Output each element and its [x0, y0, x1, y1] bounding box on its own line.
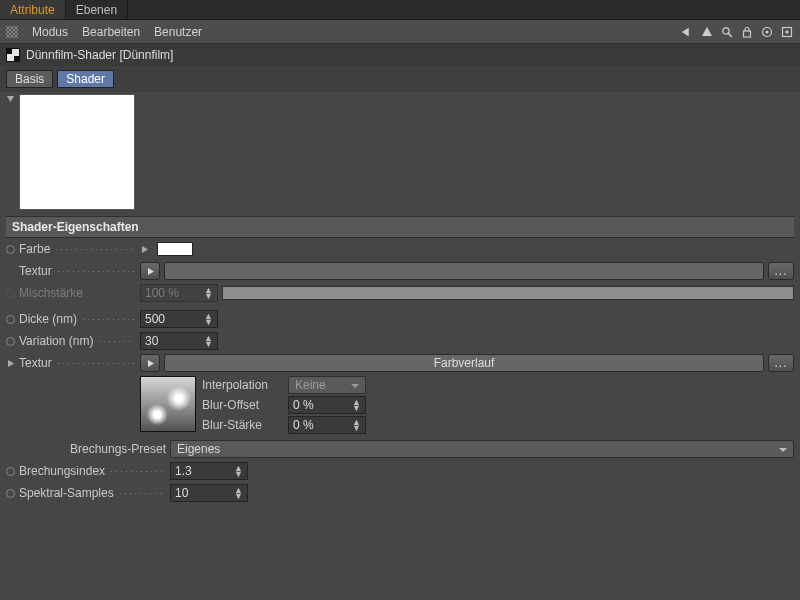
anim-dot-icon[interactable]: [6, 337, 15, 346]
mischstaerke-field: 100 % ▲▼: [140, 284, 218, 302]
anim-dot-icon[interactable]: [6, 489, 15, 498]
blur-offset-value: 0 %: [293, 398, 314, 412]
nav-up-icon[interactable]: [700, 25, 714, 39]
mischstaerke-value: 100 %: [145, 286, 179, 300]
menu-benutzer[interactable]: Benutzer: [154, 25, 202, 39]
spektral-samples-field[interactable]: 10 ▲▼: [170, 484, 248, 502]
subtab-basis[interactable]: Basis: [6, 70, 53, 88]
label-farbe: Farbe: [19, 242, 50, 256]
label-brechungs-preset: Brechungs-Preset: [6, 442, 166, 456]
svg-point-6: [766, 30, 769, 33]
menu-modus[interactable]: Modus: [32, 25, 68, 39]
grip-icon: [6, 26, 18, 38]
variation-value: 30: [145, 334, 158, 348]
new-panel-icon[interactable]: [780, 25, 794, 39]
label-variation: Variation (nm): [19, 334, 93, 348]
texture-slot-1[interactable]: [164, 262, 764, 280]
search-icon[interactable]: [720, 25, 734, 39]
svg-point-2: [723, 27, 729, 33]
nav-back-icon[interactable]: [680, 25, 694, 39]
chevron-right-icon[interactable]: [140, 245, 149, 254]
svg-rect-4: [744, 31, 751, 37]
chevron-right-icon[interactable]: [6, 359, 15, 368]
dicke-value: 500: [145, 312, 165, 326]
tab-bar: Attribute Ebenen: [0, 0, 800, 20]
shader-preview[interactable]: [19, 94, 135, 210]
subtab-shader[interactable]: Shader: [57, 70, 114, 88]
texture-picker-button-2[interactable]: [140, 354, 160, 372]
anim-dot-icon[interactable]: [6, 467, 15, 476]
menu-bearbeiten[interactable]: Bearbeiten: [82, 25, 140, 39]
svg-marker-10: [7, 96, 14, 102]
svg-marker-14: [148, 360, 154, 367]
label-brechungsindex: Brechungsindex: [19, 464, 105, 478]
svg-marker-13: [8, 360, 14, 367]
label-textur-2: Textur: [19, 356, 52, 370]
menu-bar: Modus Bearbeiten Benutzer: [0, 20, 800, 44]
label-interpolation: Interpolation: [202, 378, 284, 392]
svg-marker-1: [702, 27, 712, 36]
anim-dot-icon[interactable]: [6, 245, 15, 254]
tab-ebenen[interactable]: Ebenen: [66, 0, 128, 19]
lock-icon[interactable]: [740, 25, 754, 39]
brechungsindex-field[interactable]: 1.3 ▲▼: [170, 462, 248, 480]
svg-line-3: [729, 33, 733, 37]
variation-field[interactable]: 30 ▲▼: [140, 332, 218, 350]
anim-dot-icon: [6, 289, 15, 298]
blur-staerke-field[interactable]: 0 % ▲▼: [288, 416, 366, 434]
texture-more-button-1[interactable]: ...: [768, 262, 794, 280]
interpolation-value: Keine: [295, 378, 326, 392]
label-mischstaerke: Mischstärke: [19, 286, 83, 300]
target-icon[interactable]: [760, 25, 774, 39]
label-spektral-samples: Spektral-Samples: [19, 486, 114, 500]
texture-picker-button[interactable]: [140, 262, 160, 280]
mischstaerke-slider: [222, 286, 794, 300]
svg-marker-0: [682, 27, 689, 36]
svg-marker-12: [148, 268, 154, 275]
anim-dot-icon[interactable]: [6, 315, 15, 324]
spektral-samples-value: 10: [175, 486, 188, 500]
interpolation-select[interactable]: Keine: [288, 376, 366, 394]
svg-marker-11: [142, 246, 148, 253]
brechungs-preset-select[interactable]: Eigenes: [170, 440, 794, 458]
label-textur-1: Textur: [19, 264, 52, 278]
section-header: Shader-Eigenschaften: [6, 216, 794, 238]
label-blur-offset: Blur-Offset: [202, 398, 284, 412]
color-swatch[interactable]: [157, 242, 193, 256]
chevron-down-icon[interactable]: [6, 94, 15, 103]
brechungsindex-value: 1.3: [175, 464, 192, 478]
brechungs-preset-value: Eigenes: [177, 442, 220, 456]
label-dicke: Dicke (nm): [19, 312, 77, 326]
blur-staerke-value: 0 %: [293, 418, 314, 432]
object-title-bar: Dünnfilm-Shader [Dünnfilm]: [0, 44, 800, 66]
texture-more-button-2[interactable]: ...: [768, 354, 794, 372]
tab-attribute[interactable]: Attribute: [0, 0, 66, 19]
object-title: Dünnfilm-Shader [Dünnfilm]: [26, 48, 173, 62]
dicke-field[interactable]: 500 ▲▼: [140, 310, 218, 328]
texture-thumbnail[interactable]: [140, 376, 196, 432]
texture-slot-2[interactable]: Farbverlauf: [164, 354, 764, 372]
label-blur-staerke: Blur-Stärke: [202, 418, 284, 432]
shader-icon: [6, 48, 20, 62]
blur-offset-field[interactable]: 0 % ▲▼: [288, 396, 366, 414]
sub-tab-bar: Basis Shader: [0, 66, 800, 92]
